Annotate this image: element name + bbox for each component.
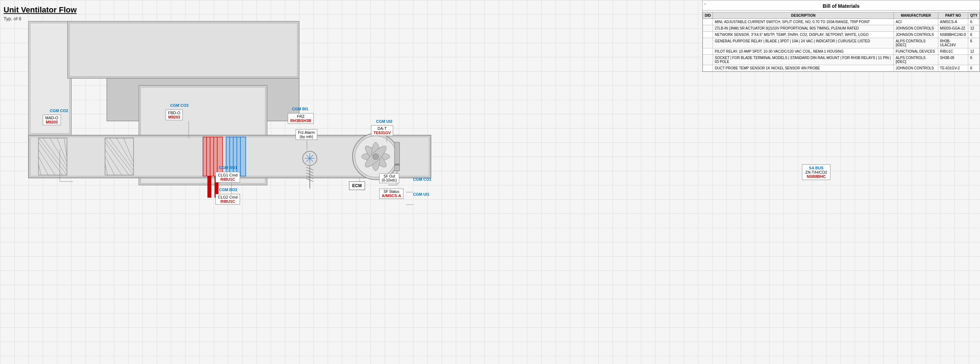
bom-cell-description: MINI, ADJUSTABLE CURRENT SWITCH, SPLIT C… xyxy=(713,19,894,25)
bom-cell-did xyxy=(703,25,713,32)
page-title: Unit Ventilator Flow xyxy=(3,5,76,14)
cgm-ui1-label: CGM UI1 xyxy=(413,192,430,196)
bom-cell-partno: M9203-GGA-2Z xyxy=(938,25,968,32)
sf-out-label: SF Out xyxy=(382,174,397,178)
svg-rect-28 xyxy=(203,137,223,176)
bom-cell-partno: A/MSCS-A xyxy=(938,19,968,25)
ecm-box: ECM xyxy=(349,182,365,190)
bom-cell-partno: TE-631GV-2 xyxy=(938,65,968,71)
bom-cell-qty: 6 xyxy=(968,32,980,38)
da-t-box: DA-T TE631GV xyxy=(371,125,393,136)
bom-cell-description: DUCT PROBE TEMP SENSOR 1K NICKEL SENSOR … xyxy=(713,65,894,71)
title-area: Unit Ventilator Flow Typ. of 6 xyxy=(3,5,76,21)
fbd-o-box: FBD-O M9203 xyxy=(165,109,183,120)
bom-col-description: DESCRIPTION xyxy=(713,13,894,19)
bom-title: Bill of Materials xyxy=(703,2,980,11)
bom-cell-partno: RH3B-ULAC24V xyxy=(938,38,968,48)
cgm-ui2-label: CGM UI2 xyxy=(376,119,393,123)
bom-cell-did xyxy=(703,38,713,48)
bom-col-qty: QTY xyxy=(968,13,980,19)
bom-cell-qty: 6 xyxy=(968,55,980,65)
bom-cell-qty: 6 xyxy=(968,65,980,71)
svg-rect-38 xyxy=(208,176,211,198)
bom-minimize-button[interactable]: – xyxy=(704,2,706,6)
bom-cell-partno: SH3B-05 xyxy=(938,55,968,65)
sa-bus-box: SA BUS ZN-T/H/CO2 NSB8BHC xyxy=(802,165,830,180)
cgm-bi1-label: CGM BI1 xyxy=(292,107,309,111)
bom-cell-did xyxy=(703,32,713,38)
clg1-box: CLG1 Cmd RIBU1C xyxy=(215,172,240,182)
svg-rect-33 xyxy=(226,137,246,176)
sf-status-label: SF Status xyxy=(382,190,401,193)
bom-cell-qty: 12 xyxy=(968,48,980,55)
sf-out-val: (0-10vdc) xyxy=(382,178,397,182)
bom-cell-manufacturer: JOHNSON CONTROLS xyxy=(894,65,938,71)
cgm-bo2-label: CGM BO2 xyxy=(219,188,237,192)
bom-cell-description: SOCKET | FOR BLADE TERMINAL MODELS | STA… xyxy=(713,55,894,65)
bom-cell-description: 27LB-IN (3NM) SR ACTUATOR 0(2)/10V PROPO… xyxy=(713,25,894,32)
bom-col-partno: PART NO xyxy=(938,13,968,19)
mad-o-box: MAD-O M9203 xyxy=(43,115,61,125)
cgm-co1-label: CGM CO1 xyxy=(413,177,431,182)
bom-col-manufacturer: MANUFACTURER xyxy=(894,13,938,19)
bom-container: – Bill of Materials DID DESCRIPTION MANU… xyxy=(702,0,980,72)
bom-cell-partno: NSB8BHC240-0 xyxy=(938,32,968,38)
bom-cell-manufacturer: ACI xyxy=(894,19,938,25)
sf-status-val: A/MSCS-A xyxy=(382,193,401,198)
frz-box: FRZ RH3BSH3B xyxy=(288,113,314,124)
bom-cell-description: PILOT RELAY, 10 AMP SPDT, 10-30 VAC/DC/1… xyxy=(713,48,894,55)
bom-cell-did xyxy=(703,48,713,55)
table-row: 27LB-IN (3NM) SR ACTUATOR 0(2)/10V PROPO… xyxy=(703,25,980,32)
cgm-bo1-label: CGM BO1 xyxy=(219,165,237,170)
bom-cell-qty: 12 xyxy=(968,25,980,32)
bom-col-did: DID xyxy=(703,13,713,19)
sa-bus-label: SA BUS xyxy=(805,166,827,170)
page-subtitle: Typ. of 6 xyxy=(3,16,76,21)
bom-cell-qty: 6 xyxy=(968,19,980,25)
nsb8bhc-label: NSB8BHC xyxy=(805,174,827,179)
cgm-co2-label: CGM CO2 xyxy=(50,109,68,113)
bom-cell-manufacturer: ALPS CONTROLS [IDEC] xyxy=(894,38,938,48)
bom-cell-manufacturer: FUNCTIONAL DEVICES xyxy=(894,48,938,55)
bom-cell-did xyxy=(703,19,713,25)
bom-cell-did xyxy=(703,55,713,65)
bom-cell-did xyxy=(703,65,713,71)
bom-cell-description: GENERAL PURPOSE RELAY | BLADE | 3PDT | 1… xyxy=(713,38,894,48)
frz-alarm-box: Frz Alarm (by mfr) xyxy=(296,129,317,140)
bom-cell-manufacturer: JOHNSON CONTROLS xyxy=(894,25,938,32)
svg-rect-3 xyxy=(70,23,298,76)
table-row: MINI, ADJUSTABLE CURRENT SWITCH, SPLIT C… xyxy=(703,19,980,25)
zn-th-co2-label: ZN-T/H/CO2 xyxy=(805,170,827,174)
table-row: NETWORK SENSOR, 3"X4.5" MS/TP, TEMP, 3%R… xyxy=(703,32,980,38)
bom-cell-qty: 6 xyxy=(968,38,980,48)
cgm-co3-label: CGM CO3 xyxy=(170,103,188,108)
table-row: SOCKET | FOR BLADE TERMINAL MODELS | STA… xyxy=(703,55,980,65)
bom-cell-description: NETWORK SENSOR, 3"X4.5" MS/TP, TEMP, 3%R… xyxy=(713,32,894,38)
clg2-box: CLG2 Cmd RIBU1C xyxy=(215,194,240,204)
bom-cell-manufacturer: JOHNSON CONTROLS xyxy=(894,32,938,38)
table-row: PILOT RELAY, 10 AMP SPDT, 10-30 VAC/DC/1… xyxy=(703,48,980,55)
svg-rect-58 xyxy=(395,142,399,171)
table-row: GENERAL PURPOSE RELAY | BLADE | 3PDT | 1… xyxy=(703,38,980,48)
table-row: DUCT PROBE TEMP SENSOR 1K NICKEL SENSOR … xyxy=(703,65,980,71)
svg-point-57 xyxy=(373,154,379,160)
sf-status-box: SF Status A/MSCS-A xyxy=(379,188,404,199)
bom-cell-partno: RIBU1C xyxy=(938,48,968,55)
bom-table: DID DESCRIPTION MANUFACTURER PART NO QTY… xyxy=(703,12,980,71)
bom-cell-manufacturer: ALPS CONTROLS [IDEC] xyxy=(894,55,938,65)
svg-rect-59 xyxy=(395,164,399,165)
sf-out-box: SF Out (0-10vdc) xyxy=(379,173,399,183)
